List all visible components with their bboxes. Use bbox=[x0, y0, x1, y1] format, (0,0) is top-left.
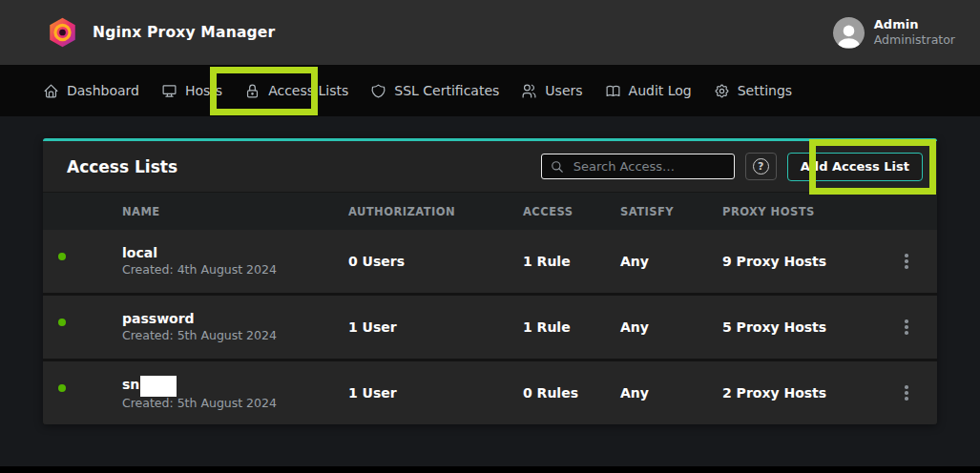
column-header-proxy-hosts: PROXY HOSTS bbox=[722, 205, 883, 218]
nav-label: Hosts bbox=[185, 83, 222, 98]
card-controls: ? Add Access List bbox=[541, 153, 923, 181]
actions-cell bbox=[883, 252, 937, 271]
online-status-dot bbox=[56, 382, 68, 394]
access-list-name: sn bbox=[122, 376, 139, 394]
nav-label: Audit Log bbox=[629, 83, 692, 98]
table-header-row: NAME AUTHORIZATION ACCESS SATISFY PROXY … bbox=[43, 192, 937, 230]
monitor-icon bbox=[161, 83, 177, 99]
user-menu[interactable]: Admin Administrator bbox=[833, 17, 955, 49]
main-nav: Dashboard Hosts Access Lists SSL Certifi… bbox=[0, 65, 980, 116]
online-status-dot bbox=[56, 251, 68, 262]
users-icon bbox=[521, 83, 537, 99]
nav-item-ssl-certificates[interactable]: SSL Certificates bbox=[370, 83, 499, 99]
top-bar: Nginx Proxy Manager Admin Administrator bbox=[0, 0, 980, 65]
user-role: Administrator bbox=[874, 32, 955, 48]
redaction-box bbox=[140, 376, 177, 397]
column-header-authorization: AUTHORIZATION bbox=[348, 205, 523, 218]
search-box[interactable] bbox=[541, 154, 735, 179]
help-button[interactable]: ? bbox=[745, 153, 777, 180]
proxy-hosts-cell: 2 Proxy Hosts bbox=[722, 385, 883, 401]
table-row[interactable]: local Created: 4th August 2024 0 Users 1… bbox=[43, 230, 937, 293]
user-avatar[interactable] bbox=[833, 17, 865, 49]
shield-icon bbox=[370, 83, 386, 99]
user-name: Admin bbox=[874, 17, 955, 32]
satisfy-cell: Any bbox=[620, 254, 722, 269]
table-row[interactable]: password Created: 5th August 2024 1 User… bbox=[43, 296, 937, 359]
name-cell: sn Created: 5th August 2024 bbox=[122, 375, 348, 412]
row-menu-kebab-icon[interactable] bbox=[900, 318, 913, 337]
help-circle-icon: ? bbox=[753, 158, 769, 175]
actions-cell bbox=[883, 318, 937, 337]
search-input[interactable] bbox=[572, 158, 725, 175]
nav-label: Access Lists bbox=[268, 83, 348, 98]
nav-item-settings[interactable]: Settings bbox=[714, 83, 792, 99]
created-date: Created: 5th August 2024 bbox=[122, 328, 348, 344]
nginx-proxy-manager-logo-icon bbox=[46, 15, 79, 50]
nav-label: Settings bbox=[738, 83, 792, 98]
page-content: Access Lists ? Add Access List NAME AUTH… bbox=[0, 116, 980, 473]
nav-item-audit-log[interactable]: Audit Log bbox=[605, 83, 692, 99]
page-title: Access Lists bbox=[67, 157, 177, 176]
bottom-black-strip bbox=[0, 466, 980, 473]
authorization-cell: 1 User bbox=[348, 385, 523, 401]
nav-item-dashboard[interactable]: Dashboard bbox=[43, 83, 139, 99]
home-icon bbox=[43, 83, 59, 99]
authorization-cell: 0 Users bbox=[348, 254, 523, 269]
column-header-access: ACCESS bbox=[523, 205, 620, 218]
card-header: Access Lists ? Add Access List bbox=[43, 141, 937, 192]
nav-item-hosts[interactable]: Hosts bbox=[161, 83, 222, 99]
row-menu-kebab-icon[interactable] bbox=[900, 252, 913, 271]
access-list-name: local bbox=[122, 244, 157, 262]
access-cell: 0 Rules bbox=[523, 385, 620, 401]
name-cell: local Created: 4th August 2024 bbox=[122, 244, 348, 278]
table-row[interactable]: sn Created: 5th August 2024 1 User 0 Rul… bbox=[43, 361, 937, 424]
person-icon bbox=[833, 19, 865, 49]
app-title: Nginx Proxy Manager bbox=[93, 24, 275, 41]
add-access-list-button[interactable]: Add Access List bbox=[787, 153, 923, 181]
column-header-name: NAME bbox=[122, 205, 348, 218]
book-icon bbox=[605, 83, 621, 99]
online-status-dot bbox=[56, 317, 68, 328]
row-menu-kebab-icon[interactable] bbox=[900, 383, 913, 402]
gear-icon bbox=[714, 83, 730, 99]
access-cell: 1 Rule bbox=[523, 319, 620, 335]
authorization-cell: 1 User bbox=[348, 319, 523, 335]
name-cell: password Created: 5th August 2024 bbox=[122, 310, 348, 344]
proxy-hosts-cell: 5 Proxy Hosts bbox=[722, 319, 883, 335]
created-date: Created: 4th August 2024 bbox=[122, 262, 348, 278]
search-icon bbox=[551, 160, 564, 174]
nav-label: Dashboard bbox=[67, 83, 139, 98]
satisfy-cell: Any bbox=[620, 319, 722, 335]
nav-label: Users bbox=[545, 83, 582, 98]
created-date: Created: 5th August 2024 bbox=[122, 396, 348, 412]
nav-item-access-lists[interactable]: Access Lists bbox=[244, 83, 348, 99]
proxy-hosts-cell: 9 Proxy Hosts bbox=[722, 254, 883, 269]
access-lists-table-body: local Created: 4th August 2024 0 Users 1… bbox=[43, 230, 937, 424]
nav-item-users[interactable]: Users bbox=[521, 83, 582, 99]
satisfy-cell: Any bbox=[620, 385, 722, 401]
column-header-satisfy: SATISFY bbox=[620, 205, 722, 218]
nav-label: SSL Certificates bbox=[394, 83, 499, 98]
lock-icon bbox=[244, 83, 261, 99]
access-list-name: password bbox=[122, 310, 195, 328]
actions-cell bbox=[883, 383, 937, 402]
access-cell: 1 Rule bbox=[523, 254, 620, 269]
access-lists-card: Access Lists ? Add Access List NAME AUTH… bbox=[43, 138, 937, 424]
